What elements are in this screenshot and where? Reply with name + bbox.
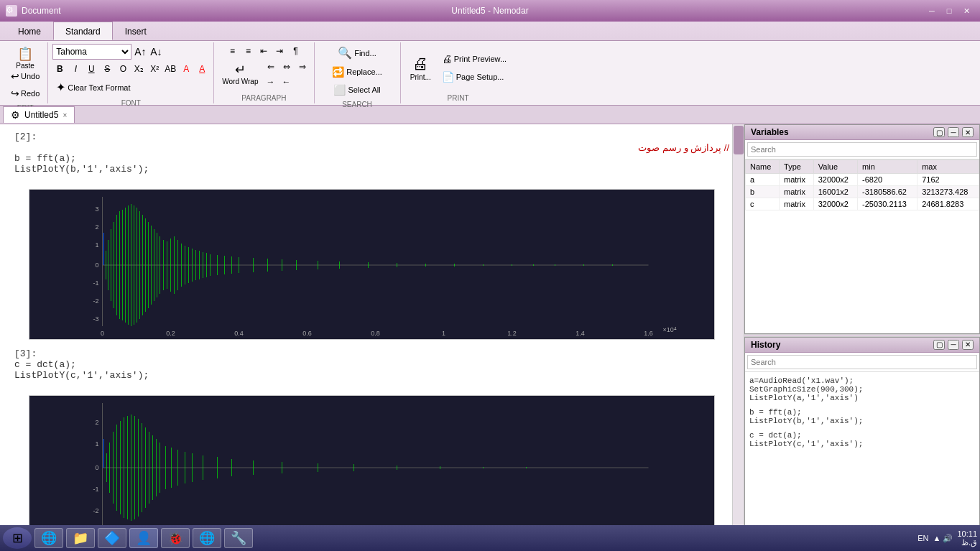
col-min: min — [858, 160, 917, 174]
print-button[interactable]: 🖨 Print... — [406, 46, 435, 89]
cell2-label: [2]: — [14, 131, 729, 142]
taskbar-app5[interactable]: 🔧 — [224, 528, 253, 548]
font-row1: Tahoma A↑ A↓ — [52, 44, 163, 60]
page-setup-icon: 📄 — [442, 71, 454, 83]
font-group-label: FONT — [121, 96, 141, 107]
font-selector[interactable]: Tahoma — [52, 44, 131, 60]
variables-restore-button[interactable]: ▢ — [933, 127, 945, 137]
superscript-button[interactable]: X² — [147, 62, 162, 76]
undo-icon: ↩ — [11, 70, 19, 82]
plot1-svg: ×10⁵ 3 2 1 0 -1 -2 -3 0 0.2 0.4 0.6 0.8 … — [29, 190, 714, 340]
redo-button[interactable]: ↪ Redo — [7, 85, 43, 101]
ribbon-group-search: 🔍 Find... 🔁 Replace... ⬜ Select All SEAR… — [315, 42, 401, 103]
arrow-left-button[interactable]: ← — [279, 75, 294, 89]
doc-tab-close-button[interactable]: × — [63, 111, 67, 119]
para-row1: ≡ ≡ ⇤ ⇥ ¶ — [225, 44, 302, 58]
variables-title: Variables — [751, 127, 789, 137]
print-preview-button[interactable]: 🖨 Print Preview... — [438, 51, 510, 67]
variables-search-input[interactable] — [747, 142, 977, 157]
taskbar-explorer[interactable]: 📁 — [66, 528, 95, 548]
main-container: [2]: // پردازش و رسم صوت b = fft(a); Lis… — [0, 124, 980, 543]
arrow-right-button[interactable]: → — [264, 75, 278, 89]
tab-standard[interactable]: Standard — [53, 22, 113, 40]
maximize-button[interactable]: □ — [941, 4, 957, 18]
pilcrow-button[interactable]: ¶ — [288, 44, 302, 58]
font-color-button[interactable]: A — [179, 62, 193, 76]
taskbar-app3[interactable]: 🐞 — [161, 528, 190, 548]
align-center-button[interactable]: ⇔ — [279, 60, 294, 74]
ribbon-group-paragraph: ≡ ≡ ⇤ ⇥ ¶ ↵ Word Wrap ⇐ ⇔ ⇒ — [214, 42, 314, 103]
undo-button[interactable]: ↩ Undo — [7, 68, 43, 84]
history-search-input[interactable] — [747, 355, 977, 369]
taskbar-app1[interactable]: 🔷 — [98, 528, 126, 548]
font-size-dn[interactable]: A↓ — [149, 45, 163, 59]
table-row[interactable]: bmatrix16001x2-3180586.623213273.428 — [746, 186, 979, 198]
ab-button[interactable]: AB — [163, 62, 177, 76]
font-size-up[interactable]: A↑ — [133, 45, 147, 59]
list-bullet-button[interactable]: ≡ — [225, 44, 239, 58]
paste-button[interactable]: 📋 Paste — [7, 44, 43, 67]
svg-text:-3: -3 — [93, 315, 98, 323]
taskbar-app2[interactable]: 👤 — [129, 528, 158, 548]
svg-text:3: 3 — [95, 205, 98, 213]
word-wrap-button[interactable]: ↵ Word Wrap — [218, 60, 262, 88]
clear-format-button[interactable]: ✦ Clear Text Format — [52, 78, 134, 96]
history-item: b = fft(a); ListPlotY(b,'1','axis'); — [749, 408, 975, 425]
redo-label: Redo — [21, 89, 40, 98]
col-max: max — [917, 160, 979, 174]
taskbar: ⊞ 🌐 📁 🔷 👤 🐞 🌐 🔧 EN ▲ 🔊 10:11 ق.ظ — [0, 525, 980, 551]
highlight-button[interactable]: A — [195, 62, 209, 76]
align-left-button[interactable]: ⇐ — [264, 60, 278, 74]
tab-home[interactable]: Home — [6, 23, 53, 40]
scrollbar-thumb[interactable] — [734, 126, 744, 154]
history-item: c = dct(a); ListPlotY(c,'1','axis'); — [749, 431, 975, 448]
cell2-line2: ListPlotY(b,'1','axis'); — [14, 164, 729, 175]
history-panel: History ▢ ─ ✕ a=AudioRead('x1.wav'); Set… — [744, 337, 980, 544]
taskbar-ie[interactable]: 🌐 — [34, 528, 63, 548]
page-setup-button[interactable]: 📄 Page Setup... — [438, 69, 510, 85]
font-controls: Tahoma A↑ A↓ B I U S O X₂ X² AB A A — [52, 44, 209, 96]
taskbar-app4[interactable]: 🌐 — [193, 528, 221, 548]
find-button[interactable]: 🔍 Find... — [334, 44, 380, 62]
plot1-container: ×10⁵ 3 2 1 0 -1 -2 -3 0 0.2 0.4 0.6 0.8 … — [29, 189, 715, 340]
table-row[interactable]: cmatrix32000x2-25030.211324681.8283 — [746, 198, 979, 210]
indent-inc-button[interactable]: ⇥ — [272, 44, 287, 58]
col-value: Value — [813, 160, 857, 174]
start-button[interactable]: ⊞ — [3, 527, 32, 549]
bold-button[interactable]: B — [52, 62, 67, 76]
minimize-button[interactable]: ─ — [924, 4, 940, 18]
history-search — [745, 353, 979, 372]
doc-tab-row: ⚙ Untitled5 × — [0, 106, 980, 124]
replace-button[interactable]: 🔁 Replace... — [328, 64, 386, 80]
italic-button[interactable]: I — [68, 62, 83, 76]
underline-button[interactable]: U — [84, 62, 98, 76]
align-right-button[interactable]: ⇒ — [295, 60, 310, 74]
clear-format-icon: ✦ — [56, 80, 65, 94]
variables-close-button[interactable]: ✕ — [962, 127, 974, 137]
svg-text:0.2: 0.2 — [166, 330, 175, 337]
variables-search — [745, 140, 979, 159]
select-all-button[interactable]: ⬜ Select All — [330, 82, 384, 98]
notification-area: ▲ 🔊 — [933, 534, 953, 543]
strikethrough-button[interactable]: S — [100, 62, 114, 76]
select-all-icon: ⬜ — [333, 84, 346, 96]
variables-controls: ▢ ─ ✕ — [933, 127, 974, 137]
variables-pin-button[interactable]: ─ — [948, 127, 959, 137]
editor-area[interactable]: [2]: // پردازش و رسم صوت b = fft(a); Lis… — [0, 124, 744, 543]
list-number-button[interactable]: ≡ — [241, 44, 255, 58]
history-restore-button[interactable]: ▢ — [933, 340, 945, 350]
time-display: 10:11 ق.ظ — [957, 529, 977, 547]
svg-text:1.4: 1.4 — [575, 330, 585, 337]
doc-tab-untitled5[interactable]: ⚙ Untitled5 × — [3, 106, 75, 123]
table-row[interactable]: amatrix32000x2-68207162 — [746, 174, 979, 186]
outline-button[interactable]: O — [116, 62, 130, 76]
svg-text:1: 1 — [95, 440, 98, 448]
indent-dec-button[interactable]: ⇤ — [256, 44, 271, 58]
edit-buttons: 📋 Paste ↩ Undo ↪ Redo — [7, 44, 43, 101]
subscript-button[interactable]: X₂ — [131, 62, 146, 76]
history-close-button[interactable]: ✕ — [962, 340, 974, 350]
close-button[interactable]: ✕ — [958, 4, 974, 18]
editor-scrollbar[interactable] — [732, 124, 744, 543]
tab-insert[interactable]: Insert — [113, 23, 159, 40]
history-pin-button[interactable]: ─ — [948, 340, 959, 350]
